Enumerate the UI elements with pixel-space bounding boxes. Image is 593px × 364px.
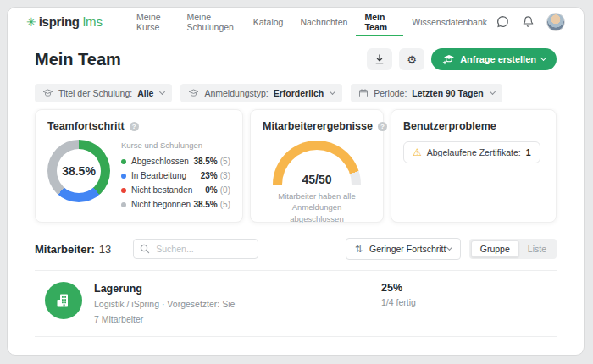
filter-enrollment-type[interactable]: Anmeldungstyp: Erforderlich	[180, 84, 342, 102]
search-input[interactable]	[133, 239, 258, 259]
nav-item-meine-schulungen[interactable]: Meine Schulungen	[178, 8, 244, 36]
group-row-lagerung[interactable]: Lagerung Logistik / iSpring · Vorgesetzt…	[8, 271, 584, 324]
legend-value: 0%	[205, 185, 217, 195]
legend-label: In Bearbeitung	[131, 171, 186, 180]
filter-value: Erforderlich	[274, 88, 324, 98]
nav-item-wissensdatenbank[interactable]: Wissensdatenbank	[403, 8, 496, 36]
legend-value: 23%	[201, 171, 218, 180]
page-header: Mein Team ⚙ Anfrage erstellen	[8, 36, 584, 75]
building-icon	[54, 291, 73, 310]
view-toggle-group[interactable]: Gruppe	[471, 240, 519, 257]
legend-dot	[121, 188, 126, 193]
group-avatar	[45, 282, 82, 319]
filter-course-title[interactable]: Titel der Schulung: Alle	[35, 84, 172, 102]
filter-value: Alle	[137, 88, 153, 98]
filter-label: Periode:	[374, 88, 407, 98]
group-progress: 25% 1/4 fertig	[381, 282, 416, 307]
graduation-cap-icon	[188, 89, 199, 98]
legend-count: (3)	[220, 171, 230, 180]
legend-dot	[121, 202, 126, 207]
app-window: ✳ ispring lms Meine Kurse Meine Schulung…	[7, 7, 585, 356]
team-progress-title: Teamfortschritt	[47, 120, 125, 132]
top-right-icons	[496, 13, 565, 31]
chevron-down-icon	[540, 55, 546, 61]
view-toggle-list[interactable]: Liste	[519, 240, 555, 257]
help-icon[interactable]: ?	[130, 122, 139, 131]
nav-item-meine-kurse[interactable]: Meine Kurse	[128, 8, 179, 36]
main-menu: Meine Kurse Meine Schulungen Katalog Nac…	[128, 8, 496, 36]
user-issues-title-row: Benutzerprobleme	[403, 120, 544, 132]
chevron-down-icon	[159, 89, 165, 95]
gauge-caption: Mitarbeiter haben alle Anmeldungen abges…	[263, 190, 371, 224]
user-avatar[interactable]	[546, 13, 565, 31]
group-meta: Logistik / iSpring · Vorgesetzter: Sie	[94, 299, 381, 309]
dashboard-cards: Teamfortschritt ? 38.5% Kurse und Schulu…	[8, 102, 584, 223]
download-report-button[interactable]	[367, 48, 392, 70]
nav-item-mein-team[interactable]: Mein Team	[356, 8, 403, 36]
legend-count: (5)	[220, 157, 230, 166]
legend-dot	[121, 159, 126, 164]
group-members-count: 7 Mitarbeiter	[94, 314, 381, 324]
employees-label: Mitarbeiter:	[35, 243, 95, 256]
chat-button[interactable]	[496, 14, 510, 29]
logo-brand-text: ispring	[39, 14, 80, 29]
gauge-value-label: 45/50	[273, 173, 361, 185]
calendar-icon	[358, 88, 369, 98]
help-icon[interactable]: ?	[378, 122, 387, 131]
chevron-down-icon	[490, 89, 496, 95]
group-name[interactable]: Lagerung	[94, 283, 381, 295]
legend-dot	[121, 174, 126, 179]
search-icon	[140, 244, 150, 254]
team-progress-card: Teamfortschritt ? 38.5% Kurse und Schulu…	[35, 109, 243, 223]
issue-count: 1	[526, 147, 531, 157]
legend-row-in-progress: In Bearbeitung 23% (3)	[121, 168, 230, 183]
employee-results-card: Mitarbeiterergebnisse ? 45/50 Mitarbeite…	[250, 109, 384, 223]
ispring-logo-icon: ✳	[26, 15, 36, 29]
legend-row-not-started: Nicht begonnen 38.5% (5)	[121, 197, 230, 212]
group-info: Lagerung Logistik / iSpring · Vorgesetzt…	[94, 282, 381, 324]
employees-toolbar: Mitarbeiter: 13 ⇅ Geringer Fortschritt G…	[8, 223, 584, 260]
nav-item-katalog[interactable]: Katalog	[245, 8, 292, 36]
legend-label: Abgeschlossen	[131, 157, 189, 166]
warning-icon: ⚠	[413, 147, 422, 157]
legend-row-completed: Abgeschlossen 38.5% (5)	[121, 154, 230, 168]
search-box	[133, 239, 258, 259]
settings-button[interactable]: ⚙	[399, 48, 424, 70]
header-actions: ⚙ Anfrage erstellen	[367, 48, 557, 70]
chevron-down-icon	[446, 245, 452, 251]
row-divider-bottom	[35, 336, 557, 337]
employee-results-title: Mitarbeiterergebnisse	[263, 120, 373, 132]
donut-center-label: 38.5%	[57, 149, 101, 193]
user-issues-title: Benutzerprobleme	[403, 120, 496, 132]
page-title: Mein Team	[35, 50, 121, 69]
user-issues-card: Benutzerprobleme ⚠ Abgelaufene Zertifika…	[391, 109, 557, 223]
sort-arrows-icon: ⇅	[355, 244, 363, 255]
employees-toolbar-right: ⇅ Geringer Fortschritt Gruppe Liste	[346, 238, 557, 260]
chat-icon	[496, 14, 510, 29]
legend-row-failed: Nicht bestanden 0% (0)	[121, 183, 230, 197]
legend-label: Nicht bestanden	[131, 185, 192, 195]
chevron-down-icon	[330, 89, 335, 95]
download-icon	[374, 53, 385, 65]
legend-value: 38.5%	[193, 200, 217, 209]
filter-period[interactable]: Periode: Letzten 90 Tagen	[351, 84, 502, 102]
issue-label: Abgelaufene Zertifikate:	[427, 147, 521, 157]
gear-icon: ⚙	[407, 53, 417, 66]
graduation-cap-plus-icon	[442, 54, 455, 65]
bell-icon	[521, 14, 535, 29]
team-progress-donut: 38.5%	[47, 140, 110, 202]
group-progress-detail: 1/4 fertig	[381, 297, 416, 307]
legend-title: Kurse und Schulungen	[121, 141, 230, 150]
create-request-button[interactable]: Anfrage erstellen	[431, 48, 557, 70]
employees-count: 13	[99, 243, 111, 256]
filter-value: Letzten 90 Tagen	[412, 88, 483, 98]
logo-suffix-text: lms	[83, 14, 103, 29]
graduation-cap-icon	[42, 89, 53, 98]
notifications-button[interactable]	[521, 14, 535, 29]
team-progress-title-row: Teamfortschritt ?	[47, 120, 230, 132]
nav-item-nachrichten[interactable]: Nachrichten	[291, 8, 356, 36]
ispring-logo[interactable]: ✳ ispring lms	[26, 14, 103, 29]
sort-dropdown[interactable]: ⇅ Geringer Fortschritt	[346, 238, 461, 260]
filter-label: Titel der Schulung:	[58, 88, 132, 98]
expired-certificates-chip[interactable]: ⚠ Abgelaufene Zertifikate: 1	[403, 141, 540, 163]
